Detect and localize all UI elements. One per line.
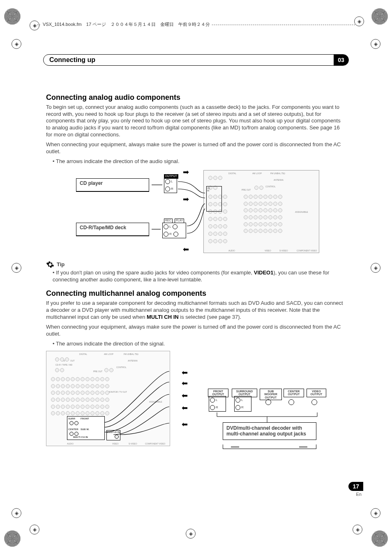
panel-label-svideo: S-VIDEO (129, 442, 137, 445)
arrow-right-icon: ➡ (183, 195, 189, 204)
label-l: L (216, 398, 217, 402)
panel-label-component: COMPONENT VIDEO (145, 442, 165, 445)
label-l: L (241, 398, 243, 402)
arrow-left-icon: ⬅ (182, 368, 188, 378)
bullet-arrows-2: The arrows indicate the direction of the… (53, 341, 346, 348)
panel-label-cdr: CD-R / TAPE / MD (55, 364, 72, 366)
jack-video (311, 399, 317, 405)
jack-surround-output: L R (234, 396, 251, 412)
device-shape (76, 233, 149, 236)
register-mark-icon (12, 263, 21, 273)
label-r: R (171, 187, 173, 191)
panel-label-component: COMPONENT VIDEO (297, 249, 317, 252)
register-mark-icon (371, 263, 380, 273)
panel-label-video: VIDEO (265, 249, 271, 252)
jack-center (288, 399, 294, 405)
arrow-left-icon: ⬅ (183, 245, 189, 254)
arrow-left-icon: ⬅ (182, 391, 188, 401)
device-foot (231, 446, 239, 448)
tip-text-pre: If you don't plan on using the spare aud… (56, 269, 254, 276)
tip-label: Tip (57, 261, 65, 268)
gear-icon (46, 260, 54, 269)
panel-label-audio: AUDIO (67, 442, 74, 445)
panel-label-amloop: AM LOOP (104, 353, 113, 355)
label-front-output: FRONT OUTPUT (209, 390, 227, 396)
device-dvd-decoder-label: DVD/multi-channel decoder with multi-cha… (226, 425, 306, 437)
para-power-warning-1: When connecting your equipment, always m… (46, 141, 346, 155)
register-mark-icon (353, 525, 362, 534)
label-video-output: VIDEO OUTPUT (308, 390, 325, 396)
device-dvd-decoder: DVD/multi-channel decoder with multi-cha… (223, 422, 316, 440)
register-mark-icon (12, 508, 21, 518)
label-front: FRONT (81, 417, 89, 421)
page-language-label: En (356, 492, 362, 497)
device-cdr-label: CD-R/Tape/MD deck (80, 225, 126, 230)
heading-connecting-analog: Connecting analog audio components (46, 93, 346, 102)
label-r: R (169, 233, 172, 236)
page-number-badge: 17 (348, 482, 363, 491)
register-mark-icon (30, 525, 39, 534)
corner-decoration (4, 8, 21, 25)
arrow-left-icon: ⬅ (182, 379, 188, 388)
chapter-number-badge: 03 (334, 55, 348, 65)
label-dvd-ld-in: DVD/ LD IN (107, 431, 120, 433)
section-header-bar: Connecting up 03 (43, 54, 349, 66)
label-r: R (241, 406, 244, 409)
panel-label-svideo: S-VIDEO (279, 249, 288, 252)
corner-decoration (371, 8, 388, 25)
label-subwoofer-output: SUB WOOFER OUTPUT (261, 390, 281, 399)
box-subwoofer-output: SUB WOOFER OUTPUT (260, 389, 282, 400)
panel-label-fm: FM UNBAL 75Ω (270, 172, 285, 175)
panel-label-antenna: ANTENNA (274, 179, 284, 181)
para2-post: is selected (see page 37). (179, 314, 241, 320)
section-header-title: Connecting up (49, 56, 95, 64)
box-video-output: VIDEO OUTPUT (307, 389, 326, 397)
register-mark-icon (30, 21, 39, 30)
label-l: L (169, 225, 171, 228)
device-foot (299, 446, 307, 448)
panel-label-control: CONTROL (116, 366, 126, 368)
panel-label-audio: AUDIO (228, 249, 235, 252)
panel-label-digital: DIGITAL (79, 353, 87, 355)
panel-label-amloop: AM LOOP (252, 172, 262, 175)
label-surround-output: SURROUND OUTPUT (233, 390, 256, 396)
panel-label-preout: PRE OUT (93, 370, 102, 373)
label-sub: SUB W. (81, 428, 89, 431)
para-analog-intro: To begin set up, connect your analog aud… (46, 104, 346, 138)
jack-recorder: L R (162, 223, 186, 238)
para-power-warning-2: When connecting your equipment, always m… (46, 324, 346, 337)
highlight-cd-jacks: CDIN (206, 186, 222, 212)
label-center-output: CENTER OUTPUT (285, 390, 303, 396)
corner-decoration (4, 530, 21, 547)
jack-subwoofer (265, 399, 271, 405)
panel-label-out: OUT (70, 359, 75, 362)
label-center: CENTER (68, 428, 78, 431)
diagram-multichannel-connection: DIGITAL AM LOOP FM UNBAL 75Ω ANTENNA CD-… (46, 351, 342, 458)
tip-row: Tip (46, 260, 346, 269)
bullet-arrows-1: The arrows indicate the direction of the… (53, 158, 346, 165)
receiver-rear-panel: DIGITAL AM LOOP FM UNBAL 75Ω ANTENNA CON… (203, 170, 319, 253)
arrow-left-icon: ⬅ (182, 403, 188, 413)
highlight-dvd-ld-in: DVD/ LD IN (106, 430, 120, 440)
panel-label-fm: FM UNBAL 75Ω (124, 353, 138, 355)
label-l: L (171, 180, 173, 183)
label-r: R (216, 406, 218, 409)
bullet-tip: If you don't plan on using the spare aud… (53, 269, 346, 283)
panel-label-antenna: ANTENNA (128, 359, 138, 362)
para2-bold: MULTI CH IN (147, 314, 179, 320)
register-mark-icon (371, 508, 380, 518)
device-cd-player-label: CD player (80, 180, 103, 186)
para-multichannel-intro: If you prefer to use a separate componen… (46, 300, 346, 320)
arrow-right-icon: ➡ (183, 168, 189, 177)
box-center-output: CENTER OUTPUT (284, 389, 304, 397)
panel-label-digital: DIGITAL (228, 172, 236, 175)
arrow-left-icon: ⬅ (182, 420, 188, 429)
panel-label-video: VIDEO (112, 442, 119, 445)
device-shape (76, 188, 149, 192)
jack-front-output: L R (209, 396, 226, 412)
receiver-rear-panel-2: DIGITAL AM LOOP FM UNBAL 75Ω ANTENNA CD-… (46, 351, 170, 446)
page-content: Connecting analog audio components To be… (46, 93, 346, 462)
panel-label-preout: PRE OUT (242, 189, 251, 191)
register-mark-icon (186, 529, 196, 539)
corner-decoration (371, 530, 388, 547)
